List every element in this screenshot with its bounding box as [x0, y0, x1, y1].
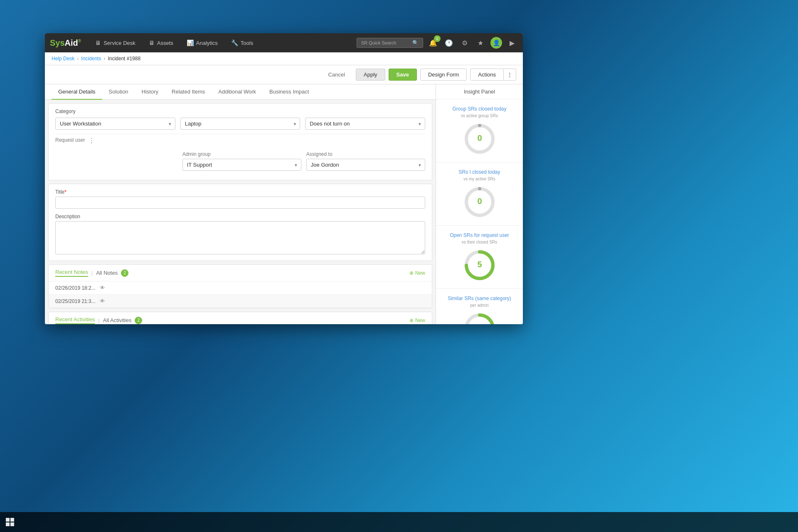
tab-related[interactable]: Related Items: [165, 84, 212, 100]
nav-analytics[interactable]: 📊 Analytics: [181, 37, 224, 49]
user-avatar[interactable]: 👤: [490, 37, 502, 49]
note-date-1: 02/26/2019 18:2...: [55, 285, 96, 291]
insight-card-title-3: Similar SRs (same category): [441, 296, 518, 301]
activities-header: Recent Activities | All Activities 2 ⊕ N…: [49, 312, 432, 324]
insight-card-open-srs: Open SRs for request user vs their close…: [436, 226, 523, 289]
request-user-label: Request user: [55, 137, 85, 143]
admin-group: Admin group IT Support ▼: [182, 151, 301, 171]
notes-header: Recent Notes | All Notes 2 ⊕ New: [49, 265, 432, 281]
tools-icon: 🔧: [231, 39, 238, 46]
design-form-button[interactable]: Design Form: [420, 69, 467, 81]
request-user-row: Request user ⋮: [55, 134, 425, 147]
apply-button[interactable]: Apply: [356, 69, 385, 81]
breadcrumb-sep-2: ›: [103, 56, 105, 62]
request-user-menu[interactable]: ⋮: [88, 137, 95, 145]
plus-icon: ⊕: [409, 270, 414, 276]
category-row: User Workstation ▼ Laptop ▼ Does not tur…: [55, 118, 425, 130]
activities-section: Recent Activities | All Activities 2 ⊕ N…: [48, 312, 432, 324]
all-activities-tab[interactable]: All Activities: [103, 317, 132, 323]
tabs: General Details Solution History Related…: [45, 84, 436, 100]
subcategory-select[interactable]: Laptop: [180, 118, 300, 130]
breadcrumb-incidents[interactable]: Incidents: [81, 56, 101, 62]
nav-bar: SysAid® 🖥 Service Desk 🖥 Assets 📊 Analyt…: [45, 33, 523, 52]
category-label: Category: [55, 108, 425, 114]
svg-text:5: 5: [477, 260, 482, 269]
save-button[interactable]: Save: [389, 69, 417, 81]
breadcrumb-sep-1: ›: [77, 56, 79, 62]
tab-business[interactable]: Business Impact: [263, 84, 315, 100]
tab-history[interactable]: History: [135, 84, 165, 100]
service-desk-icon: 🖥: [95, 39, 101, 46]
notes-list: 02/26/2019 18:2... 👁 02/25/2019 21:3... …: [49, 281, 432, 308]
description-input[interactable]: [55, 221, 425, 254]
insight-card-title-2: Open SRs for request user: [441, 232, 518, 238]
svg-rect-13: [10, 518, 14, 522]
svg-rect-12: [6, 518, 10, 522]
search-bar[interactable]: SR Quick Search 🔍: [357, 38, 423, 48]
assigned-to-group: Assigned to Joe Gordon ▼: [306, 151, 425, 171]
star-icon[interactable]: ★: [475, 37, 486, 49]
assigned-to-select-wrapper: Joe Gordon ▼: [306, 159, 425, 171]
windows-start-button[interactable]: [3, 515, 17, 529]
actions-button[interactable]: Actions: [470, 69, 504, 81]
activities-count-badge: 2: [135, 317, 142, 324]
admin-group-select-wrapper: IT Support ▼: [182, 159, 301, 171]
insight-card-similar-srs: Similar SRs (same category) per admin 2: [436, 289, 523, 324]
note-eye-icon-1[interactable]: 👁: [100, 285, 105, 291]
nav-items: 🖥 Service Desk 🖥 Assets 📊 Analytics 🔧 To…: [89, 37, 357, 49]
new-note-button[interactable]: ⊕ New: [409, 270, 425, 276]
assigned-to-label: Assigned to: [306, 151, 425, 157]
actions-group: Actions ⋮: [470, 69, 516, 81]
insight-card-title-1: SRs I closed today: [441, 169, 518, 175]
tab-general[interactable]: General Details: [52, 84, 102, 100]
category-select[interactable]: User Workstation: [55, 118, 175, 130]
recent-activities-tab[interactable]: Recent Activities: [55, 316, 95, 324]
notes-count-badge: 2: [121, 269, 128, 277]
svg-text:2: 2: [477, 323, 482, 324]
all-notes-tab[interactable]: All Notes: [96, 270, 118, 276]
nav-right: SR Quick Search 🔍 🔔 0 🕐 ⚙ ★ 👤 ▶: [357, 37, 518, 49]
note-eye-icon-2[interactable]: 👁: [100, 298, 105, 304]
admin-group-label: Admin group: [182, 151, 301, 157]
settings-icon[interactable]: ⚙: [459, 37, 470, 49]
user-icon: 👤: [493, 39, 500, 46]
new-activity-button[interactable]: ⊕ New: [409, 318, 425, 323]
title-label: Title*: [55, 189, 425, 195]
list-item: 02/25/2019 21:3... 👁: [49, 295, 432, 308]
nav-service-desk[interactable]: 🖥 Service Desk: [89, 37, 141, 49]
svg-text:0: 0: [477, 133, 482, 143]
tab-solution[interactable]: Solution: [102, 84, 135, 100]
nav-assets[interactable]: 🖥 Assets: [143, 37, 179, 49]
clock-icon[interactable]: 🕐: [443, 37, 455, 49]
description-label: Description: [55, 214, 425, 219]
insight-card-title-0: Group SRs closed today: [441, 106, 518, 112]
admin-group-select[interactable]: IT Support: [182, 159, 301, 171]
cancel-button[interactable]: Cancel: [321, 69, 352, 80]
breadcrumb-help-desk[interactable]: Help Desk: [52, 56, 74, 62]
nav-tools[interactable]: 🔧 Tools: [225, 37, 259, 49]
breadcrumb: Help Desk › Incidents › Incident #1988: [45, 52, 523, 65]
third-category-select[interactable]: Does not turn on: [305, 118, 425, 130]
insight-card-group-srs: Group SRs closed today vs active group S…: [436, 99, 523, 163]
tab-additional[interactable]: Additional Work: [212, 84, 263, 100]
actions-more-button[interactable]: ⋮: [504, 69, 516, 81]
donut-container-0: 0: [441, 122, 518, 155]
title-input[interactable]: [55, 197, 425, 209]
windows-logo-icon: [6, 518, 14, 526]
donut-chart-2: 5: [463, 249, 496, 282]
main-form: General Details Solution History Related…: [45, 84, 436, 324]
toolbar: Cancel Apply Save Design Form Actions ⋮: [45, 65, 523, 84]
notes-tab-sep: |: [91, 270, 93, 276]
recent-notes-tab[interactable]: Recent Notes: [55, 269, 88, 277]
admin-assigned-row: Admin group IT Support ▼ Assigned to: [55, 151, 425, 171]
expand-icon[interactable]: ▶: [506, 37, 518, 49]
app-window: SysAid® 🖥 Service Desk 🖥 Assets 📊 Analyt…: [45, 33, 523, 324]
assets-icon: 🖥: [149, 39, 155, 46]
assigned-to-select[interactable]: Joe Gordon: [306, 159, 425, 171]
insight-panel-title: Insight Panel: [436, 84, 523, 99]
notification-icon[interactable]: 🔔 0: [427, 37, 439, 49]
list-item: 02/26/2019 18:2... 👁: [49, 281, 432, 295]
insight-card-my-srs: SRs I closed today vs my active SRs 0: [436, 163, 523, 226]
donut-chart-3: 2: [463, 312, 496, 324]
donut-container-3: 2: [441, 312, 518, 324]
